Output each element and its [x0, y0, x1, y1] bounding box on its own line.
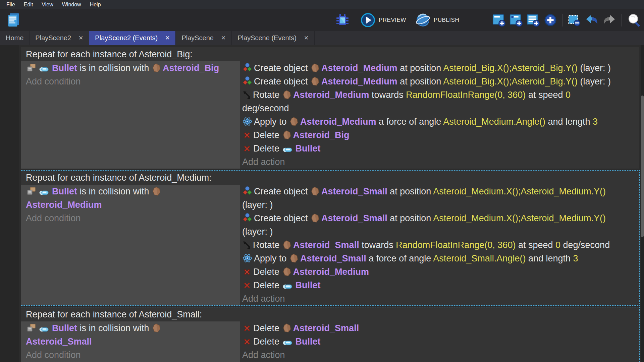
add-circle-icon[interactable]: [543, 13, 557, 27]
bullet-icon: [39, 66, 50, 73]
tab-label: PlayScene: [181, 34, 214, 42]
asteroid-icon: [311, 213, 320, 223]
actions-column[interactable]: Create object Asteroid_Medium at positio…: [240, 61, 639, 169]
tab-close-icon[interactable]: ✕: [304, 35, 309, 42]
condition-row[interactable]: Bullet is in collision with Asteroid_Sma…: [26, 321, 237, 348]
action-row[interactable]: Delete Asteroid_Big: [242, 128, 639, 142]
tab-close-icon[interactable]: ✕: [221, 35, 226, 42]
plain-text: Create object: [254, 63, 310, 73]
actions-column[interactable]: Delete Asteroid_SmallDelete BulletAdd ac…: [240, 321, 639, 362]
event-block[interactable]: Repeat for each instance of Asteroid_Med…: [21, 171, 639, 305]
object-name: Asteroid_Medium: [300, 117, 376, 127]
conditions-column[interactable]: Bullet is in collision with Asteroid_Big…: [21, 61, 240, 169]
plain-text: is in collision with: [77, 323, 152, 333]
rotate-icon: [243, 241, 251, 250]
event-block[interactable]: Repeat for each instance of Asteroid_Big…: [21, 47, 639, 169]
expression: Asteroid_Medium.X();Asteroid_Medium.Y(): [433, 213, 606, 223]
menu-item-file[interactable]: File: [2, 0, 19, 9]
scrollbar-thumb[interactable]: [641, 96, 644, 237]
publish-label[interactable]: PUBLISH: [434, 17, 459, 23]
event-header[interactable]: Repeat for each instance of Asteroid_Big…: [21, 47, 639, 61]
event-text-line: Bullet is in collision with: [26, 185, 237, 198]
tab-close-icon[interactable]: ✕: [165, 35, 170, 42]
undo-icon[interactable]: [584, 13, 599, 27]
expression: RandomFloatInRange(0, 360): [396, 240, 516, 250]
conditions-column[interactable]: Bullet is in collision with Asteroid_Sma…: [21, 321, 240, 362]
add-subevent-icon[interactable]: [509, 13, 523, 27]
object-name: Asteroid_Small: [321, 186, 387, 196]
action-row[interactable]: Create object Asteroid_Medium at positio…: [242, 61, 639, 75]
debugger-icon[interactable]: [335, 13, 350, 27]
menu-item-help[interactable]: Help: [86, 0, 105, 9]
object-name: Asteroid_Medium: [26, 200, 102, 210]
action-row[interactable]: Delete Bullet: [242, 142, 639, 155]
condition-row[interactable]: Bullet is in collision with Asteroid_Big: [26, 61, 237, 75]
plain-text: at speed: [516, 240, 555, 250]
asteroid-icon: [311, 76, 320, 86]
conditions-column[interactable]: Bullet is in collision with Asteroid_Med…: [21, 185, 240, 305]
asteroid-icon: [289, 117, 299, 126]
condition-row[interactable]: Bullet is in collision with Asteroid_Med…: [26, 185, 237, 212]
menu-bar: FileEditViewWindowHelp: [0, 0, 644, 9]
add-event-icon[interactable]: [492, 13, 506, 27]
event-text-line: Asteroid_Small: [26, 335, 237, 348]
tab-close-icon[interactable]: ✕: [78, 35, 83, 42]
action-row[interactable]: Rotate Asteroid_Small towards RandomFloa…: [242, 238, 639, 252]
project-manager-icon[interactable]: [6, 12, 21, 27]
bullet-icon: [282, 340, 294, 346]
plain-text: Create object: [254, 186, 310, 196]
menu-item-edit[interactable]: Edit: [19, 0, 38, 9]
add-comment-icon[interactable]: [526, 13, 540, 27]
action-row[interactable]: Apply to Asteroid_Medium a force of angl…: [242, 115, 639, 128]
search-icon[interactable]: [627, 12, 642, 28]
plain-text: Delete: [253, 143, 282, 154]
add-action-button[interactable]: Add action: [242, 292, 639, 305]
preview-icon[interactable]: [360, 12, 376, 28]
event-block[interactable]: Repeat for each instance of Asteroid_Sma…: [21, 307, 639, 362]
delete-icon: [243, 131, 252, 140]
event-text-line: Asteroid_Medium: [26, 198, 237, 212]
action-row[interactable]: Create object Asteroid_Small at position…: [242, 212, 639, 238]
publish-icon[interactable]: [415, 12, 431, 28]
tab-playscene-events[interactable]: PlayScene (Events)✕: [232, 31, 315, 45]
event-header[interactable]: Repeat for each instance of Asteroid_Med…: [21, 171, 639, 185]
object-name: Asteroid_Small: [293, 240, 359, 250]
action-row[interactable]: Delete Bullet: [242, 279, 639, 292]
tab-playscene[interactable]: PlayScene✕: [176, 31, 232, 45]
tab-playscene2-events[interactable]: PlayScene2 (Events)✕: [89, 31, 176, 45]
action-row[interactable]: Delete Asteroid_Medium: [242, 265, 639, 279]
event-text-line: Create object Asteroid_Medium at positio…: [242, 75, 639, 88]
event-header[interactable]: Repeat for each instance of Asteroid_Sma…: [21, 307, 639, 321]
add-condition-button[interactable]: Add condition: [26, 212, 237, 225]
tab-label: PlayScene (Events): [237, 34, 297, 42]
add-action-button[interactable]: Add action: [242, 155, 639, 169]
plain-text: (layer: ): [242, 200, 273, 210]
add-action-button[interactable]: Add action: [242, 348, 639, 362]
asteroid-icon: [152, 186, 161, 196]
action-row[interactable]: Rotate Asteroid_Medium towards RandomFlo…: [242, 88, 639, 115]
asteroid-icon: [282, 90, 291, 100]
redo-icon[interactable]: [602, 13, 617, 27]
tab-home[interactable]: Home: [0, 31, 30, 45]
action-row[interactable]: Create object Asteroid_Small at position…: [242, 185, 639, 212]
plain-text: (layer: ): [578, 76, 611, 86]
events-scrollbar[interactable]: [641, 45, 644, 362]
actions-column[interactable]: Create object Asteroid_Small at position…: [240, 185, 639, 305]
plain-text: Rotate: [253, 90, 282, 100]
action-row[interactable]: Apply to Asteroid_Small a force of angle…: [242, 252, 639, 265]
plain-text: Delete: [253, 337, 282, 347]
action-row[interactable]: Delete Asteroid_Small: [242, 321, 639, 335]
choose-event-icon[interactable]: [567, 13, 581, 27]
menu-item-window[interactable]: Window: [58, 0, 86, 9]
bullet-icon: [282, 283, 294, 290]
action-row[interactable]: Create object Asteroid_Medium at positio…: [242, 75, 639, 88]
preview-label[interactable]: PREVIEW: [379, 17, 406, 23]
expression: 3: [593, 117, 598, 127]
add-condition-button[interactable]: Add condition: [26, 75, 237, 88]
add-condition-button[interactable]: Add condition: [26, 348, 237, 362]
menu-item-view[interactable]: View: [37, 0, 57, 9]
tab-playscene2[interactable]: PlayScene2✕: [30, 31, 89, 45]
toolbar-separator: [622, 14, 622, 26]
plain-text: (layer: ): [242, 227, 273, 237]
action-row[interactable]: Delete Bullet: [242, 335, 639, 348]
